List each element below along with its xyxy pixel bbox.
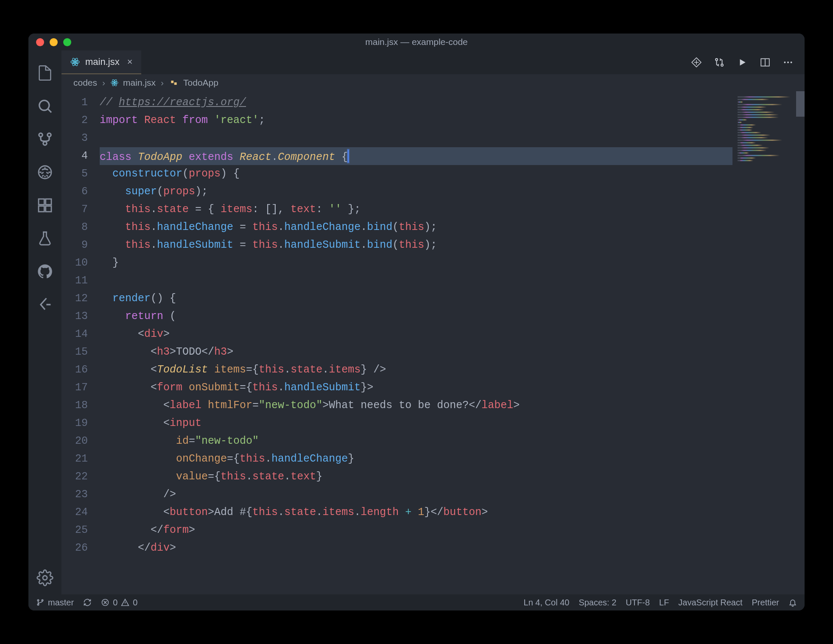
line-number: 18 — [61, 397, 88, 414]
svg-rect-6 — [46, 199, 51, 204]
svg-point-28 — [42, 599, 43, 601]
git-branch-icon — [36, 598, 45, 607]
tab-main-jsx[interactable]: main.jsx × — [61, 50, 141, 74]
line-number: 13 — [61, 308, 88, 325]
svg-rect-25 — [174, 82, 177, 85]
line-number: 10 — [61, 254, 88, 272]
code-line[interactable]: <TodoList items={this.state.items} /> — [100, 361, 732, 379]
indentation-indicator[interactable]: Spaces: 2 — [579, 598, 616, 608]
encoding-indicator[interactable]: UTF-8 — [626, 598, 650, 608]
sync-changes-button[interactable] — [83, 598, 92, 607]
breadcrumb-symbol[interactable]: TodoApp — [183, 78, 218, 88]
code-line[interactable]: return ( — [100, 308, 732, 325]
branch-name: master — [48, 598, 74, 608]
line-number: 11 — [61, 272, 88, 290]
react-icon — [110, 78, 119, 87]
svg-point-27 — [37, 604, 39, 605]
notifications-bell-icon[interactable] — [788, 598, 797, 607]
language-mode[interactable]: JavaScript React — [678, 598, 742, 608]
code-line[interactable]: super(props); — [100, 183, 732, 201]
tab-label: main.jsx — [85, 56, 120, 67]
cursor-position[interactable]: Ln 4, Col 40 — [524, 598, 570, 608]
formatter-indicator[interactable]: Prettier — [752, 598, 779, 608]
line-number: 2 — [61, 112, 88, 129]
code-line[interactable]: <h3>TODO</h3> — [100, 343, 732, 361]
code-line[interactable]: class TodoApp extends React.Component { — [100, 147, 732, 165]
more-actions-icon[interactable] — [782, 56, 794, 69]
extensions-icon[interactable] — [28, 189, 61, 222]
line-number: 5 — [61, 165, 88, 183]
minimap-slider[interactable] — [796, 91, 805, 117]
explorer-icon[interactable] — [28, 56, 61, 90]
svg-point-3 — [43, 142, 47, 145]
git-branch-indicator[interactable]: master — [36, 598, 74, 608]
eol-indicator[interactable]: LF — [659, 598, 669, 608]
code-line[interactable] — [100, 129, 732, 147]
problems-indicator[interactable]: 0 0 — [101, 598, 137, 608]
breadcrumb[interactable]: codes › main.jsx › TodoApp — [61, 74, 805, 91]
line-number: 23 — [61, 486, 88, 504]
line-number: 6 — [61, 183, 88, 201]
code-line[interactable]: // https://reactjs.org/ — [100, 94, 732, 112]
error-count: 0 — [113, 598, 117, 608]
testing-beaker-icon[interactable] — [28, 222, 61, 255]
search-icon[interactable] — [28, 90, 61, 123]
app-window: main.jsx — example-code — [28, 34, 805, 610]
svg-point-10 — [74, 61, 76, 63]
code-line[interactable]: import React from 'react'; — [100, 112, 732, 129]
code-line[interactable]: <input — [100, 414, 732, 432]
run-code-icon[interactable] — [736, 56, 749, 69]
code-line[interactable]: this.handleChange = this.handleChange.bi… — [100, 218, 732, 236]
minimap[interactable] — [732, 91, 805, 594]
code-line[interactable]: } — [100, 254, 732, 272]
minimap-preview — [738, 96, 796, 161]
svg-point-17 — [784, 62, 785, 63]
svg-rect-7 — [39, 206, 44, 212]
activity-bar — [28, 50, 61, 594]
code-line[interactable]: <label htmlFor="new-todo">What needs to … — [100, 397, 732, 414]
code-line[interactable]: this.state = { items: [], text: '' }; — [100, 201, 732, 218]
code-editor[interactable]: 1234567891011121314151617181920212223242… — [61, 91, 805, 594]
line-number: 24 — [61, 504, 88, 521]
svg-point-19 — [791, 62, 792, 63]
svg-rect-24 — [171, 81, 173, 83]
code-line[interactable]: this.handleSubmit = this.handleSubmit.bi… — [100, 236, 732, 254]
line-number: 3 — [61, 129, 88, 147]
breadcrumb-file[interactable]: main.jsx — [123, 78, 156, 88]
git-compare-icon[interactable] — [713, 56, 726, 69]
breadcrumb-folder[interactable]: codes — [73, 78, 97, 88]
svg-point-18 — [787, 62, 789, 63]
react-icon — [70, 57, 80, 67]
code-line[interactable]: <form onSubmit={this.handleSubmit}> — [100, 379, 732, 397]
leetcode-icon[interactable] — [28, 288, 61, 321]
class-symbol-icon — [170, 78, 178, 87]
debug-icon[interactable] — [28, 156, 61, 189]
line-number: 16 — [61, 361, 88, 379]
split-editor-icon[interactable] — [759, 56, 772, 69]
code-line[interactable]: </form> — [100, 521, 732, 539]
code-line[interactable]: render() { — [100, 290, 732, 308]
tab-close-icon[interactable]: × — [127, 56, 133, 67]
titlebar: main.jsx — example-code — [28, 34, 805, 50]
code-line[interactable] — [100, 272, 732, 290]
line-number: 20 — [61, 432, 88, 450]
window-title: main.jsx — example-code — [28, 37, 805, 47]
code-line[interactable]: /> — [100, 486, 732, 504]
svg-point-0 — [39, 101, 49, 110]
code-line[interactable]: <div> — [100, 325, 732, 343]
source-control-icon[interactable] — [28, 123, 61, 156]
line-number: 9 — [61, 236, 88, 254]
code-line[interactable]: value={this.state.text} — [100, 468, 732, 486]
line-number: 25 — [61, 521, 88, 539]
code-line[interactable]: onChange={this.handleChange} — [100, 450, 732, 468]
github-icon[interactable] — [28, 255, 61, 288]
code-line[interactable]: constructor(props) { — [100, 165, 732, 183]
code-line[interactable]: <button>Add #{this.state.items.length + … — [100, 504, 732, 521]
code-content[interactable]: // https://reactjs.org/import React from… — [100, 91, 732, 594]
line-number: 14 — [61, 325, 88, 343]
code-line[interactable]: id="new-todo" — [100, 432, 732, 450]
code-line[interactable]: </div> — [100, 539, 732, 557]
warning-count: 0 — [133, 598, 137, 608]
compare-changes-icon[interactable] — [690, 56, 703, 69]
settings-gear-icon[interactable] — [28, 561, 61, 594]
